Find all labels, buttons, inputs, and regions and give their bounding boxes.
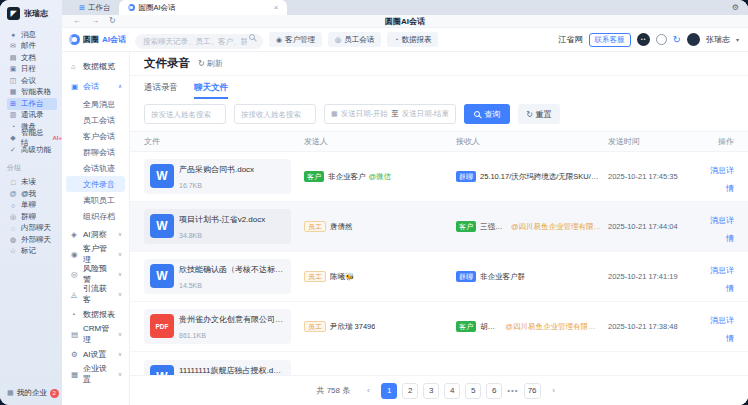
sidebar-item-meeting[interactable]: ◫会议: [7, 75, 62, 87]
sidebar-item-risk-alert[interactable]: ◎风险预警∨: [62, 264, 129, 284]
sender-type-badge: 员工: [304, 271, 326, 282]
sidebar-item-mail[interactable]: ✉邮件: [7, 41, 62, 53]
sidebar-item-group-chat[interactable]: ◎群聊: [7, 211, 62, 223]
employee-chat-button[interactable]: ◎员工会话: [328, 32, 381, 47]
sync-icon[interactable]: ↻: [673, 35, 681, 45]
total-count: 共 758 条: [316, 385, 350, 396]
sidebar-item-crm-mgmt[interactable]: ▤CRM管理∨: [62, 324, 129, 344]
sidebar-item-schedule[interactable]: ▣日程: [7, 64, 62, 76]
data-report-button[interactable]: ◔数据报表: [387, 32, 438, 47]
message-detail-link[interactable]: 消息详情: [710, 266, 734, 293]
sidebar-item-employee-chats[interactable]: 员工会话: [62, 112, 129, 128]
sidebar-item-mention-me[interactable]: @@我: [7, 188, 62, 200]
page-button-6[interactable]: 6: [486, 383, 502, 399]
workspace-name: 张瑞志: [24, 8, 48, 19]
contact-support-button[interactable]: 联系客服: [589, 33, 631, 47]
page-button-3[interactable]: 3: [423, 383, 439, 399]
page-title: 文件录音: [144, 56, 190, 71]
tab-ai-conversation[interactable]: 圆圈AI会话 ×: [119, 0, 287, 15]
close-icon[interactable]: ×: [274, 3, 279, 12]
gear-icon[interactable]: ⚙: [732, 3, 739, 12]
my-company[interactable]: ▦ 我的企业 2: [7, 388, 62, 398]
query-button[interactable]: 查询: [464, 104, 510, 124]
page-button-4[interactable]: 4: [444, 383, 460, 399]
people-icon: ◎: [9, 213, 17, 221]
sender-suffix: @微信: [369, 172, 392, 182]
date-range-picker[interactable]: ▦ 发送日期-开始 至 发送日期-结束: [324, 104, 456, 124]
message-detail-link[interactable]: 消息详情: [710, 216, 734, 243]
back-icon[interactable]: ←: [73, 17, 81, 25]
tab-chat-files[interactable]: 聊天文件: [194, 82, 228, 99]
person-icon: ○: [9, 202, 17, 209]
sidebar-item-overview[interactable]: ⌂数据概览: [62, 56, 129, 76]
headset-icon[interactable]: [656, 34, 667, 45]
sidebar-item-chat-trail[interactable]: 会话轨迹: [62, 160, 129, 176]
sidebar-item-unread[interactable]: □未读: [7, 177, 62, 189]
next-page-button[interactable]: ›: [546, 383, 562, 399]
chevron-down-icon: ∨: [118, 231, 122, 237]
chevron-down-icon: ∨: [118, 371, 122, 377]
prev-page-button[interactable]: ‹: [360, 383, 376, 399]
avatar[interactable]: [687, 33, 700, 46]
sidebar-item-direct-chat[interactable]: ○单聊: [7, 200, 62, 212]
file-size: 16.7KB: [179, 182, 285, 189]
file-card[interactable]: W 11111111旗舰店独占授权.docx: [144, 360, 291, 376]
sidebar-item-ai-settings[interactable]: ⚙AI设置∨: [62, 344, 129, 364]
person-icon: ◉: [276, 36, 282, 44]
sidebar-item-conversations[interactable]: ▣会话∧: [62, 76, 129, 96]
sidebar-item-lead-gen[interactable]: ◬引流获客∨: [62, 284, 129, 304]
page-button-1[interactable]: 1: [381, 383, 397, 399]
sidebar-item-docs[interactable]: ▤文档: [7, 52, 62, 64]
page-button-last[interactable]: 76: [524, 383, 541, 399]
sidebar-item-customer-chats[interactable]: 客户会话: [62, 128, 129, 144]
sidebar-item-workbench[interactable]: ⊞工作台: [7, 98, 57, 110]
company-name: 江省网: [559, 34, 583, 45]
file-name: 贵州雀办文化创意有限公司_83617...: [179, 314, 285, 325]
sidebar-item-company-settings[interactable]: ▦企业设置∨: [62, 364, 129, 384]
sidebar-item-ai-insight[interactable]: ◈AI洞察∨: [62, 224, 129, 244]
send-time: 2025-10-21 17:45:35: [608, 172, 704, 181]
sidebar-item-starred[interactable]: ☆标记: [7, 246, 62, 258]
workspace-brand[interactable]: ◤ 张瑞志: [7, 7, 62, 20]
sidebar-item-global-messages[interactable]: 全局消息: [62, 96, 129, 112]
sidebar-item-file-records[interactable]: 文件录音: [66, 176, 125, 192]
sidebar-item-internal-chat[interactable]: ◌内部聊天: [7, 223, 62, 235]
message-detail-link[interactable]: 消息详情: [710, 316, 734, 343]
ai-assistant-icon[interactable]: [637, 33, 650, 46]
sidebar-item-departed-employees[interactable]: 离职员工: [62, 192, 129, 208]
reset-button[interactable]: ↻重置: [518, 104, 560, 124]
file-card[interactable]: W 欣技能确认函（考核不达标解除监...14.5KB: [144, 259, 291, 294]
sidebar-item-external-chat[interactable]: ◍外部聊天: [7, 234, 62, 246]
sidebar-item-smart-table[interactable]: ▦智能表格: [7, 87, 62, 99]
sidebar-item-ai-summary[interactable]: ◆智能总结AI+: [7, 133, 62, 145]
receiver-search-input[interactable]: [234, 104, 316, 124]
sidebar-item-customer-mgmt[interactable]: ◉客户管理∨: [62, 244, 129, 264]
message-detail-link[interactable]: 消息详情: [710, 166, 734, 193]
tab-call-recordings[interactable]: 通话录音: [144, 82, 178, 99]
filter-panel: 通话录音 聊天文件 ▦ 发送日期-开始 至 发送日期-结束 查询 ↻: [130, 76, 748, 132]
page-button-5[interactable]: 5: [465, 383, 481, 399]
file-card[interactable]: PDF 贵州雀办文化创意有限公司_83617...861.1KB: [144, 309, 291, 344]
search-input[interactable]: [135, 34, 263, 49]
receiver-type-badge: 群聊: [456, 171, 476, 182]
file-card[interactable]: W 项目计划书-江省v2.docx34.8KB: [144, 209, 291, 244]
sidebar-item-org-archive[interactable]: 组织存档: [62, 208, 129, 224]
send-time: 2025-10-21 17:44:04: [608, 222, 704, 231]
chevron-down-icon[interactable]: ▾: [736, 36, 739, 43]
sidebar-item-data-report[interactable]: ◔数据报表: [62, 304, 129, 324]
sidebar-item-advanced[interactable]: ✓高级功能: [7, 144, 62, 156]
sender-search-input[interactable]: [144, 104, 226, 124]
ellipsis[interactable]: •••: [507, 386, 518, 395]
forward-icon[interactable]: →: [91, 17, 99, 25]
chevron-down-icon: ∨: [118, 291, 122, 297]
customer-management-button[interactable]: ◉客户管理: [269, 32, 322, 47]
reload-icon[interactable]: ↻: [109, 17, 116, 25]
sidebar-item-contacts[interactable]: ▥通讯录: [7, 110, 62, 122]
sidebar-item-messages[interactable]: ●消息: [7, 29, 62, 41]
file-card[interactable]: W 产品采购合同书.docx16.7KB: [144, 159, 291, 194]
alert-icon: ◎: [71, 270, 79, 279]
sidebar-item-group-chats[interactable]: 群聊会话: [62, 144, 129, 160]
refresh-link[interactable]: ↻刷新: [198, 58, 223, 69]
page-button-2[interactable]: 2: [402, 383, 418, 399]
tab-workbench[interactable]: ⊞ 工作台: [70, 1, 119, 15]
